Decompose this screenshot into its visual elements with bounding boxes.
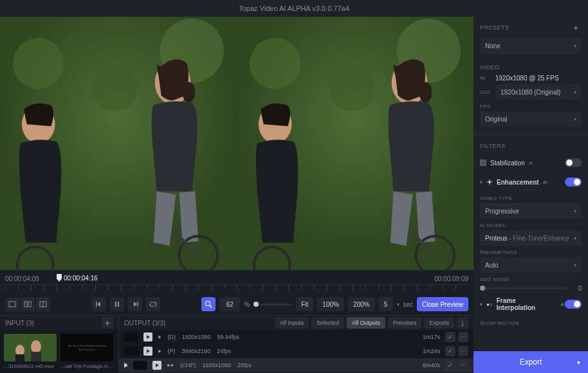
preview-area xyxy=(0,17,473,270)
video-type-select[interactable]: Progressive ▾ xyxy=(480,203,582,219)
chevron-down-icon: ▾ xyxy=(574,43,576,49)
step-back-button[interactable] xyxy=(92,297,106,311)
filter-all-inputs[interactable]: All Inputs xyxy=(275,317,309,329)
output-resolution-select[interactable]: 1920x1080 (Original) ▾ xyxy=(495,84,582,100)
output-thumb xyxy=(124,347,138,356)
presets-header: PRESETS xyxy=(480,24,510,31)
stabilization-row[interactable]: StabilizationAI xyxy=(480,153,582,172)
sparkle-icon xyxy=(486,179,493,185)
svg-line-32 xyxy=(210,305,212,307)
svg-point-4 xyxy=(93,67,138,112)
view-side-button[interactable] xyxy=(36,297,50,311)
output-more-button[interactable]: ⋯ xyxy=(458,360,468,370)
svg-text:This file is from Prelinger Ar: This file is from Prelinger Archives xyxy=(68,344,106,347)
preview-processed[interactable] xyxy=(237,17,473,270)
step-forward-button[interactable] xyxy=(128,297,142,311)
svg-rect-22 xyxy=(9,302,15,307)
input-item[interactable]: ...318060922-HD.mov xyxy=(4,334,57,369)
playhead-time: 00:00:04:16 xyxy=(64,275,98,282)
svg-rect-37 xyxy=(31,352,41,361)
fps-select[interactable]: Original ▾ xyxy=(480,111,582,127)
close-preview-button[interactable]: Close Preview xyxy=(417,297,468,311)
stabilization-toggle[interactable] xyxy=(565,158,582,167)
enhancement-row[interactable]: ▾ EnhancementAI xyxy=(480,172,582,192)
ai-model-label: AI MODEL xyxy=(480,223,582,228)
enhancement-toggle[interactable] xyxy=(565,177,582,186)
chevron-down-icon: ▾ xyxy=(574,208,576,214)
add-noise-slider[interactable] xyxy=(480,287,569,289)
play-icon[interactable] xyxy=(152,361,161,370)
video-header: VIDEO xyxy=(480,64,500,71)
add-noise-label: ADD NOISE xyxy=(480,277,582,282)
zoom-button[interactable] xyxy=(201,297,216,311)
output-row[interactable]: ● (D) 1920x1080 59.94fps 1m17s ✓ ⋯ xyxy=(119,330,473,344)
fit-button[interactable]: Fit xyxy=(296,297,313,311)
svg-point-6 xyxy=(182,82,195,103)
fps-label: FPS xyxy=(480,104,582,109)
zoom-100-button[interactable]: 100% xyxy=(317,297,344,311)
loop-button[interactable] xyxy=(146,297,160,311)
svg-point-31 xyxy=(206,302,210,306)
input-item-label: ...318060922-HD.mov xyxy=(4,363,57,369)
output-row[interactable]: ●● (CHF) 1920x1080 25fps 6m40s ✓ ⋯ xyxy=(119,358,473,372)
filter-previews[interactable]: Previews xyxy=(388,317,422,329)
out-label: OUT xyxy=(480,89,492,95)
zoom-200-button[interactable]: 200% xyxy=(348,297,375,311)
output-panel-title: OUTPUT (3/3) xyxy=(124,320,165,327)
play-icon[interactable] xyxy=(143,347,152,356)
preset-select[interactable]: None ▾ xyxy=(480,37,582,54)
add-noise-value: 0 xyxy=(574,285,582,292)
play-icon[interactable] xyxy=(143,332,152,341)
right-panel: PRESETS + None ▾ VIDEO IN 1920x1080 @ 25… xyxy=(473,17,588,373)
zoom-slider[interactable] xyxy=(253,304,292,305)
svg-rect-33 xyxy=(4,334,57,361)
svg-rect-29 xyxy=(118,302,119,307)
output-panel: OUTPUT (3/3) All Inputs Selected All Out… xyxy=(119,316,473,373)
chevron-down-icon: ▾ xyxy=(397,302,400,307)
zoom-input[interactable] xyxy=(219,297,240,311)
add-preset-button[interactable]: + xyxy=(570,22,582,33)
controls-bar: % Fit 100% 200% ▾ sec Close Preview xyxy=(0,293,473,315)
svg-rect-30 xyxy=(137,302,138,307)
output-check-button[interactable]: ✓ xyxy=(445,332,455,342)
output-more-button[interactable]: ⋯ xyxy=(458,332,468,342)
frame-interpolation-row[interactable]: ▾ ●○ Frame InterpolationAI xyxy=(480,292,582,316)
slow-motion-label: SLOW MOTION xyxy=(480,320,582,326)
svg-point-17 xyxy=(419,82,432,103)
titlebar: Topaz Video AI ALPHA v3.0.0.77a4 xyxy=(0,0,588,17)
active-indicator-icon xyxy=(124,363,128,368)
in-label: IN xyxy=(480,75,492,81)
export-button[interactable]: Export ▾ xyxy=(473,351,588,373)
svg-point-34 xyxy=(31,340,41,353)
filter-selected[interactable]: Selected xyxy=(311,317,344,329)
output-row[interactable]: ● (P) 3840x2160 24fps 1m24s ✓ ⋯ xyxy=(119,344,473,358)
svg-point-15 xyxy=(329,67,374,112)
chevron-down-icon: ▾ xyxy=(480,302,482,307)
output-more-button[interactable]: ⋯ xyxy=(458,346,468,356)
frame-interpolation-toggle[interactable] xyxy=(565,300,582,309)
output-check-button[interactable]: ✓ xyxy=(445,346,455,356)
parameters-select[interactable]: Auto ▾ xyxy=(480,257,582,273)
preview-original[interactable] xyxy=(0,17,237,270)
timecode-start: 00:00:04:09 xyxy=(5,275,39,282)
filter-all-outputs[interactable]: All Outputs xyxy=(347,317,385,329)
playhead-marker-icon xyxy=(57,274,62,282)
timeline-ruler[interactable] xyxy=(5,284,468,289)
ai-model-select[interactable]: Proteus - Fine-Tune/Enhance ▾ xyxy=(480,230,582,246)
add-input-button[interactable]: + xyxy=(102,317,113,329)
input-panel: INPUT (3) + ...318060922-HD.mov This fil… xyxy=(0,316,119,373)
view-split-button[interactable] xyxy=(21,297,35,311)
output-check-button[interactable]: ✓ xyxy=(445,360,455,370)
pause-button[interactable] xyxy=(110,297,124,311)
timeline[interactable]: 00:00:04:09 00:00:04:16 00:00:09:09 xyxy=(0,270,473,293)
seconds-label: sec xyxy=(403,301,414,308)
preview-seconds-input[interactable] xyxy=(379,297,393,311)
output-more-button[interactable]: ↓ xyxy=(457,317,468,329)
playhead[interactable]: 00:00:04:16 xyxy=(57,274,98,282)
view-single-button[interactable] xyxy=(5,297,19,311)
svg-point-13 xyxy=(250,38,301,89)
filters-header: FILTERS xyxy=(480,143,506,149)
filter-exports[interactable]: Exports xyxy=(424,317,454,329)
svg-rect-41 xyxy=(481,160,486,165)
input-item[interactable]: This file is from Prelinger ArchivesSan … xyxy=(60,334,113,369)
